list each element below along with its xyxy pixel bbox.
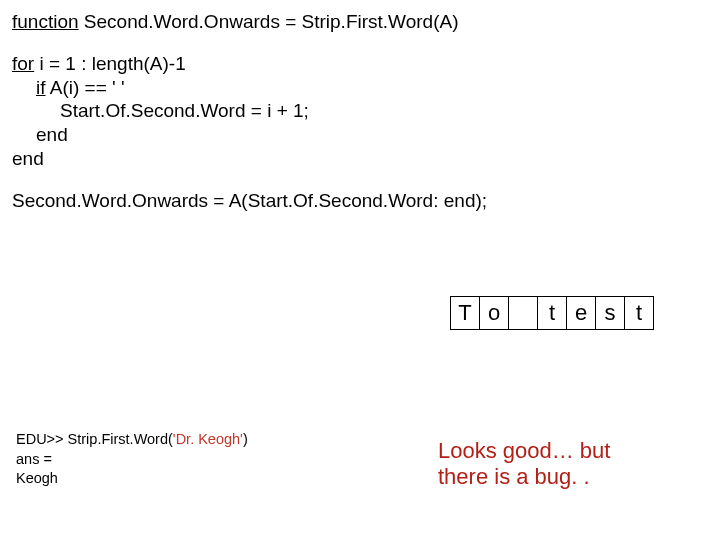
console-close: ) <box>243 431 248 447</box>
comment-line-2: there is a bug. . <box>438 464 610 490</box>
console-arg: 'Dr. Keogh' <box>173 431 243 447</box>
code-text: Second.Word.Onwards = A(Start.Of.Second.… <box>12 190 487 211</box>
code-line-4: Start.Of.Second.Word = i + 1; <box>12 99 708 123</box>
console-line-2: ans = <box>16 450 248 470</box>
char-cell: t <box>624 296 654 330</box>
char-cell: e <box>566 296 596 330</box>
console-line-3: Keogh <box>16 469 248 489</box>
keyword-function: function <box>12 11 79 32</box>
code-text: A(i) == ' ' <box>46 77 125 98</box>
char-cell: o <box>479 296 509 330</box>
comment-line-1: Looks good… but <box>438 438 610 464</box>
console-prompt: EDU>> Strip.First.Word( <box>16 431 173 447</box>
code-line-1: function Second.Word.Onwards = Strip.Fir… <box>12 10 708 34</box>
char-cell: t <box>537 296 567 330</box>
code-line-5: end <box>12 123 708 147</box>
code-line-6: end <box>12 147 708 171</box>
keyword-end: end <box>12 123 68 147</box>
console-output: EDU>> Strip.First.Word('Dr. Keogh') ans … <box>16 430 248 489</box>
code-text: Second.Word.Onwards = Strip.First.Word(A… <box>79 11 459 32</box>
char-boxes: T o t e s t <box>450 296 654 330</box>
keyword-end: end <box>12 148 44 169</box>
char-cell: s <box>595 296 625 330</box>
keyword-for: for <box>12 53 34 74</box>
char-cell <box>508 296 538 330</box>
keyword-if: if <box>36 77 46 98</box>
console-line-1: EDU>> Strip.First.Word('Dr. Keogh') <box>16 430 248 450</box>
code-text: i = 1 : length(A)-1 <box>34 53 186 74</box>
code-block: function Second.Word.Onwards = Strip.Fir… <box>12 10 708 212</box>
bug-comment: Looks good… but there is a bug. . <box>438 438 610 491</box>
char-cell: T <box>450 296 480 330</box>
code-line-2: for i = 1 : length(A)-1 <box>12 52 708 76</box>
code-line-7: Second.Word.Onwards = A(Start.Of.Second.… <box>12 189 708 213</box>
code-text: Start.Of.Second.Word = i + 1; <box>12 99 309 123</box>
code-line-3: if A(i) == ' ' <box>12 76 708 100</box>
